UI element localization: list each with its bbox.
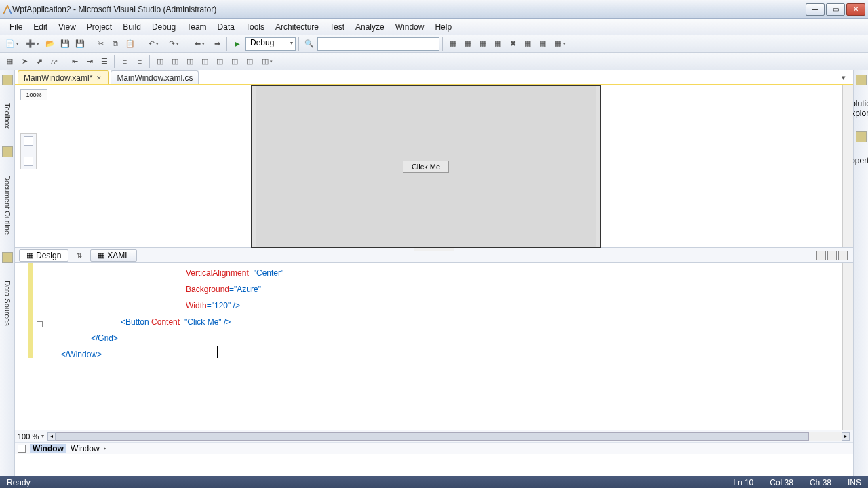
- element-icon[interactable]: [18, 445, 26, 453]
- tab-document-outline[interactable]: Document Outline: [2, 171, 13, 239]
- tab-data-sources[interactable]: Data Sources: [2, 277, 13, 330]
- copy-icon[interactable]: ⧉: [108, 37, 122, 51]
- bm-clear-icon[interactable]: ◫: [228, 55, 241, 68]
- new-project-icon[interactable]: 📄: [3, 37, 22, 51]
- properties-pin-icon[interactable]: [856, 131, 867, 142]
- tb-h-icon[interactable]: ▦: [551, 37, 570, 51]
- aa-icon[interactable]: Aª: [47, 55, 61, 68]
- pointer-icon[interactable]: ➤: [18, 55, 31, 68]
- menu-architecture[interactable]: Architecture: [270, 20, 324, 34]
- menu-debug[interactable]: Debug: [146, 20, 181, 34]
- bm-prev-icon[interactable]: ◫: [168, 55, 182, 68]
- toolbox-pin-icon[interactable]: [2, 75, 13, 85]
- scroll-thumb[interactable]: [56, 432, 809, 441]
- tb-g-icon[interactable]: ▦: [536, 37, 549, 51]
- bm-a-icon[interactable]: ◫: [198, 55, 212, 68]
- breadcrumb-chevron-icon[interactable]: ▸: [104, 445, 106, 451]
- wpf-grid[interactable]: Click Me: [256, 86, 596, 247]
- undo-icon[interactable]: ↶: [144, 37, 163, 51]
- bm-next-icon[interactable]: ◫: [183, 55, 197, 68]
- find-dropdown[interactable]: [317, 37, 439, 51]
- tb-c-icon[interactable]: ▦: [476, 37, 490, 51]
- scroll-right-icon[interactable]: ▸: [842, 432, 850, 441]
- menu-file[interactable]: File: [4, 20, 28, 34]
- bm-b-icon[interactable]: ◫: [213, 55, 226, 68]
- menu-test[interactable]: Test: [324, 20, 350, 34]
- comment-icon[interactable]: ≡: [118, 55, 132, 68]
- add-item-icon[interactable]: ➕: [23, 37, 42, 51]
- tab-toolbox[interactable]: Toolbox: [2, 99, 13, 133]
- swap-panes-icon[interactable]: ⇅: [73, 251, 86, 259]
- zoom-indicator[interactable]: 100%: [20, 89, 47, 100]
- designer-tools: [20, 133, 37, 169]
- menu-window[interactable]: Window: [390, 20, 430, 34]
- doctab-mainwindow-xaml[interactable]: MainWindow.xaml* ✕: [18, 70, 109, 84]
- fold-icon[interactable]: –: [37, 321, 43, 327]
- menu-build[interactable]: Build: [117, 20, 146, 34]
- zoom-chevron-icon[interactable]: ▾: [41, 433, 44, 439]
- save-all-icon[interactable]: 💾: [73, 37, 87, 51]
- doctab-mainwindow-cs[interactable]: MainWindow.xaml.cs: [111, 70, 199, 84]
- close-button[interactable]: ✕: [846, 3, 865, 16]
- menu-tools[interactable]: Tools: [240, 20, 270, 34]
- uncomment-icon[interactable]: ≡: [133, 55, 146, 68]
- indent-dec-icon[interactable]: ⇤: [68, 55, 81, 68]
- start-debug-icon[interactable]: ▶: [231, 37, 244, 51]
- effects-icon[interactable]: [24, 136, 33, 146]
- maximize-button[interactable]: ▭: [826, 3, 845, 16]
- datasources-pin-icon[interactable]: [2, 252, 13, 263]
- breadcrumb-window[interactable]: Window: [30, 444, 66, 453]
- designer-scrollbar[interactable]: [842, 85, 853, 247]
- view-xaml-tab[interactable]: ▦ XAML: [90, 249, 137, 262]
- menu-team[interactable]: Team: [181, 20, 212, 34]
- toolbar-main: 📄 ➕ 📂 💾 💾 ✂ ⧉ 📋 ↶ ↷ ⬅ ➡ ▶ Debug 🔍 ▦ ▦ ▦ …: [0, 35, 868, 53]
- redo-icon[interactable]: ↷: [164, 37, 183, 51]
- split-collapse-icon[interactable]: [838, 251, 848, 260]
- menu-edit[interactable]: Edit: [28, 20, 53, 34]
- cut-icon[interactable]: ✂: [94, 37, 107, 51]
- tb-e-icon[interactable]: ✖: [506, 37, 519, 51]
- zoom-percent[interactable]: 100 %: [18, 432, 39, 441]
- menu-view[interactable]: View: [53, 20, 81, 34]
- bm-d-icon[interactable]: ◫: [258, 55, 277, 68]
- designer-pane[interactable]: 100% Click Me: [15, 85, 853, 248]
- menu-data[interactable]: Data: [212, 20, 240, 34]
- nav-back-icon[interactable]: ⬅: [190, 37, 209, 51]
- tb-d-icon[interactable]: ▦: [491, 37, 505, 51]
- indent-inc-icon[interactable]: ⇥: [83, 55, 96, 68]
- open-icon[interactable]: 📂: [43, 37, 57, 51]
- split-vert-icon[interactable]: [816, 251, 826, 260]
- breadcrumb-window-2[interactable]: Window: [71, 444, 100, 453]
- pointer2-icon[interactable]: ⬈: [33, 55, 46, 68]
- config-dropdown[interactable]: Debug: [245, 37, 296, 51]
- close-tab-icon[interactable]: ✕: [95, 75, 103, 81]
- xaml-editor[interactable]: – VerticalAlignment="Center" Background=…: [15, 263, 853, 430]
- snap-icon[interactable]: [24, 157, 33, 166]
- minimize-button[interactable]: —: [806, 3, 825, 16]
- nav-fwd-icon[interactable]: ➡: [210, 37, 224, 51]
- wpf-preview-window[interactable]: Click Me: [251, 85, 601, 248]
- menu-project[interactable]: Project: [81, 20, 117, 34]
- solution-explorer-pin-icon[interactable]: [856, 75, 867, 85]
- bookmark-icon[interactable]: ◫: [153, 55, 167, 68]
- wpf-button-clickme[interactable]: Click Me: [403, 161, 449, 173]
- split-horiz-icon[interactable]: [827, 251, 837, 260]
- outdent-icon[interactable]: ☰: [98, 55, 111, 68]
- save-icon[interactable]: 💾: [58, 37, 72, 51]
- split-handle[interactable]: [414, 248, 454, 251]
- find-icon[interactable]: 🔍: [302, 37, 316, 51]
- code-scrollbar[interactable]: [842, 263, 853, 430]
- bm-c-icon[interactable]: ◫: [243, 55, 256, 68]
- docoutline-pin-icon[interactable]: [2, 146, 13, 157]
- obj-icon[interactable]: ▦: [3, 55, 16, 68]
- tabs-dropdown-icon[interactable]: ▾: [837, 70, 850, 84]
- tb-f-icon[interactable]: ▦: [521, 37, 534, 51]
- tb-a-icon[interactable]: ▦: [446, 37, 460, 51]
- paste-icon[interactable]: 📋: [123, 37, 137, 51]
- tb-b-icon[interactable]: ▦: [461, 37, 475, 51]
- menu-analyze[interactable]: Analyze: [350, 20, 390, 34]
- horizontal-scrollbar[interactable]: ◂ ▸: [47, 432, 850, 441]
- view-design-tab[interactable]: ▦ Design: [19, 249, 68, 262]
- menu-help[interactable]: Help: [429, 20, 457, 34]
- scroll-left-icon[interactable]: ◂: [47, 432, 56, 441]
